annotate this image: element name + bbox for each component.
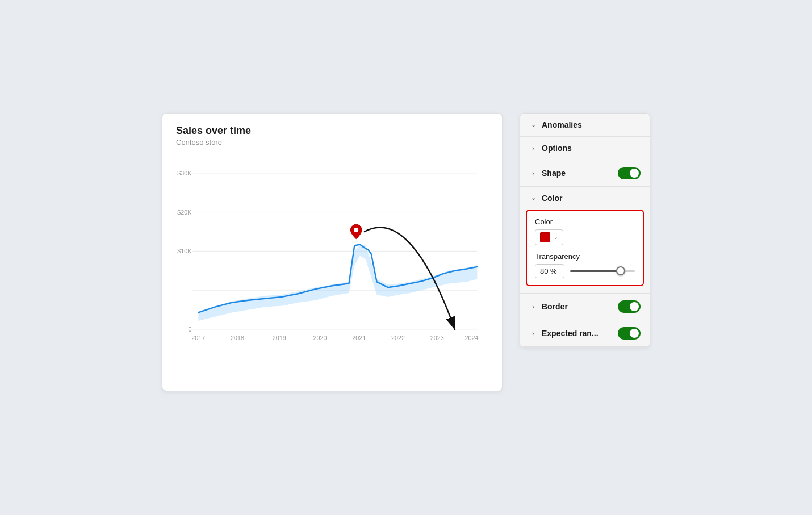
border-label: Border: [542, 302, 613, 311]
slider-fill: [570, 270, 621, 272]
shape-row[interactable]: › Shape: [520, 160, 650, 186]
svg-text:2018: 2018: [231, 334, 244, 341]
expected-range-section: › Expected ran...: [520, 320, 650, 347]
transparency-label: Transparency: [535, 252, 635, 261]
color-chevron-down-icon: ⌄: [529, 194, 537, 202]
expected-range-label: Expected ran...: [542, 329, 613, 338]
chart-svg: $30K $20K $10K 0 2017 2018 2019 2020 202…: [176, 154, 488, 370]
right-panel: ⌄ Anomalies › Options › Shape: [520, 113, 650, 347]
svg-text:2022: 2022: [391, 334, 405, 341]
color-swatch: [540, 232, 550, 242]
color-section-header[interactable]: ⌄ Color: [520, 187, 650, 210]
border-section: › Border: [520, 294, 650, 320]
transparency-value[interactable]: 80 %: [535, 264, 564, 278]
color-swatch-button[interactable]: ⌄: [535, 229, 563, 245]
svg-text:2021: 2021: [352, 334, 366, 341]
anomalies-chevron-down-icon: ⌄: [529, 121, 537, 129]
svg-point-18: [354, 228, 358, 232]
expected-range-toggle[interactable]: [618, 327, 641, 340]
svg-text:2020: 2020: [313, 334, 327, 341]
chart-area: $30K $20K $10K 0 2017 2018 2019 2020 202…: [176, 154, 488, 370]
transparency-row: 80 %: [535, 264, 635, 278]
chart-subtitle: Contoso store: [176, 138, 488, 146]
color-expanded-panel: Color ⌄ Transparency 80 %: [526, 210, 644, 286]
expected-range-row[interactable]: › Expected ran...: [520, 320, 650, 346]
svg-text:$10K: $10K: [177, 248, 192, 254]
options-chevron-right-icon: ›: [529, 144, 537, 152]
border-row[interactable]: › Border: [520, 294, 650, 320]
expected-range-chevron-right-icon: ›: [529, 329, 537, 337]
svg-text:2017: 2017: [191, 334, 205, 341]
chart-title: Sales over time: [176, 125, 488, 137]
anomalies-section: ⌄ Anomalies: [520, 114, 650, 137]
border-chevron-right-icon: ›: [529, 303, 537, 311]
color-section-label: Color: [542, 194, 563, 203]
color-picker-row: ⌄: [535, 229, 635, 245]
slider-thumb[interactable]: [616, 266, 625, 275]
anomalies-label: Anomalies: [542, 120, 641, 129]
svg-text:2019: 2019: [273, 334, 286, 341]
svg-text:$20K: $20K: [177, 208, 192, 215]
options-row[interactable]: › Options: [520, 137, 650, 160]
shape-label: Shape: [542, 169, 613, 178]
chart-card: Sales over time Contoso store $30K $20K …: [162, 113, 503, 391]
shape-chevron-right-icon: ›: [529, 169, 537, 177]
shape-section: › Shape: [520, 160, 650, 187]
svg-text:0: 0: [188, 325, 191, 332]
color-section: ⌄ Color Color ⌄ Transparency 80 %: [520, 187, 650, 294]
anomaly-pin: [350, 224, 362, 239]
transparency-slider[interactable]: [570, 265, 635, 277]
svg-text:2023: 2023: [430, 334, 444, 341]
swatch-chevron-down-icon: ⌄: [554, 234, 558, 240]
anomalies-row[interactable]: ⌄ Anomalies: [520, 114, 650, 136]
options-section: › Options: [520, 137, 650, 160]
shape-toggle[interactable]: [618, 167, 641, 179]
color-field-label: Color: [535, 217, 635, 226]
svg-text:2024: 2024: [465, 334, 479, 341]
svg-text:$30K: $30K: [177, 169, 192, 176]
options-label: Options: [542, 144, 641, 153]
border-toggle[interactable]: [618, 300, 641, 313]
